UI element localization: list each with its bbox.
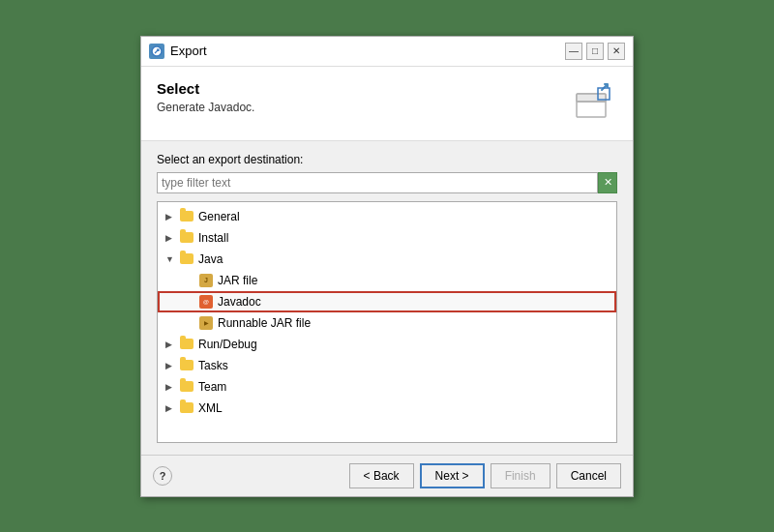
chevron-tasks: ▶ — [165, 361, 179, 370]
tree-label-general: General — [198, 210, 240, 223]
tree-item-tasks[interactable]: ▶Tasks — [158, 355, 616, 376]
cancel-button[interactable]: Cancel — [556, 463, 621, 488]
tree-item-jar-file[interactable]: JJAR file — [158, 270, 616, 291]
chevron-general: ▶ — [165, 212, 179, 222]
window-title: Export — [170, 44, 207, 58]
tree-container[interactable]: ▶General▶Install▼JavaJJAR file@Javadoc▶R… — [157, 201, 617, 443]
chevron-run-debug: ▶ — [165, 340, 179, 349]
chevron-java: ▼ — [165, 254, 179, 264]
filter-clear-button[interactable]: ✕ — [598, 172, 617, 193]
dialog-content: Select an export destination: ✕ ▶General… — [141, 141, 633, 455]
export-dialog: Export — □ ✕ Select Generate Javadoc. Se… — [140, 36, 634, 497]
dialog-footer: ? < Back Next > Finish Cancel — [141, 455, 633, 496]
chevron-install: ▶ — [165, 233, 179, 243]
chevron-xml: ▶ — [165, 403, 179, 413]
app-icon — [149, 44, 164, 59]
tree-label-install: Install — [198, 231, 228, 245]
help-button[interactable]: ? — [153, 466, 172, 486]
header-text: Select Generate Javadoc. — [157, 80, 254, 114]
svg-rect-2 — [577, 94, 606, 102]
tree-item-install[interactable]: ▶Install — [158, 227, 616, 249]
chevron-team: ▶ — [165, 382, 179, 392]
filter-row: ✕ — [157, 172, 617, 193]
tree-label-run-debug: Run/Debug — [198, 338, 257, 351]
next-button[interactable]: Next > — [420, 463, 485, 488]
tree-label-javadoc: Javadoc — [218, 295, 261, 309]
tree-label-team: Team — [198, 380, 226, 394]
tree-item-runnable-jar[interactable]: ▶Runnable JAR file — [158, 312, 616, 334]
dialog-header: Select Generate Javadoc. — [141, 67, 633, 141]
header-export-icon — [571, 80, 617, 127]
finish-button[interactable]: Finish — [491, 463, 551, 488]
tree-item-run-debug[interactable]: ▶Run/Debug — [158, 334, 616, 355]
dialog-title: Select — [157, 80, 254, 97]
filter-input[interactable] — [157, 172, 598, 193]
tree-item-general[interactable]: ▶General — [158, 206, 616, 227]
window-controls: — □ ✕ — [565, 43, 625, 60]
tree-item-java[interactable]: ▼Java — [158, 249, 616, 270]
title-bar-left: Export — [149, 44, 207, 59]
title-bar: Export — □ ✕ — [141, 37, 633, 67]
tree-label-tasks: Tasks — [198, 359, 228, 372]
tree-label-runnable-jar: Runnable JAR file — [218, 316, 311, 330]
tree-label-java: Java — [198, 252, 223, 266]
tree-item-xml[interactable]: ▶XML — [158, 398, 616, 419]
dialog-subtitle: Generate Javadoc. — [157, 101, 254, 114]
tree-label-jar-file: JAR file — [218, 274, 257, 287]
button-group: < Back Next > Finish Cancel — [349, 463, 621, 488]
tree-item-javadoc[interactable]: @Javadoc — [158, 291, 616, 312]
select-label: Select an export destination: — [157, 153, 617, 166]
close-button[interactable]: ✕ — [608, 43, 625, 60]
tree-item-team[interactable]: ▶Team — [158, 376, 616, 398]
maximize-button[interactable]: □ — [586, 43, 604, 60]
back-button[interactable]: < Back — [349, 463, 414, 488]
tree-label-xml: XML — [198, 401, 223, 415]
minimize-button[interactable]: — — [565, 43, 582, 60]
